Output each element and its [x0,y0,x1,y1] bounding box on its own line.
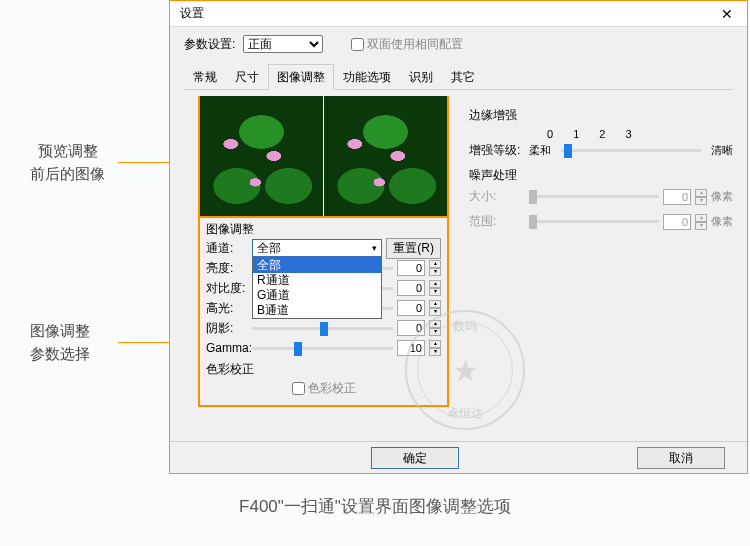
side-select[interactable]: 正面 [243,35,323,53]
brightness-value[interactable]: 0 [397,260,425,276]
tab-size[interactable]: 尺寸 [226,64,268,90]
channel-row: 通道: 全部 ▾ 全部 R通道 G通道 B通道 重置(R) [200,238,447,258]
callout-preview: 预览调整 前后的图像 [30,140,105,185]
edge-level-label: 增强等级: [469,142,525,159]
noise-size-value: 0 [663,189,691,205]
channel-option-b[interactable]: B通道 [253,303,381,318]
noise-range-row: 范围: 0 ▴▾ 像素 [469,213,733,230]
brightness-spinner[interactable]: ▴▾ [429,260,441,276]
noise-size-spinner: ▴▾ [695,189,707,205]
param-settings-row: 参数设置: 正面 双面使用相同配置 [170,27,747,57]
noise-size-unit: 像素 [711,189,733,204]
shadow-slider[interactable] [252,327,393,330]
channel-dropdown: 全部 R通道 G通道 B通道 [252,257,382,319]
channel-label: 通道: [206,240,248,257]
noise-size-label: 大小: [469,188,525,205]
chevron-down-icon: ▾ [372,243,377,253]
tab-image-adjust[interactable]: 图像调整 [268,64,334,90]
highlight-spinner[interactable]: ▴▾ [429,300,441,316]
edge-level-slider[interactable] [561,149,701,152]
noise-size-slider [529,195,659,198]
duplex-checkbox-input[interactable] [351,38,364,51]
param-settings-label: 参数设置: [184,36,235,53]
contrast-value[interactable]: 0 [397,280,425,296]
edge-scale-ticks: 0 1 2 3 [547,128,733,140]
shadow-label: 阴影: [206,320,248,337]
right-panel: 边缘增强 0 1 2 3 增强等级: 柔和 清晰 噪声处理 大小: 0 ▴▾ 像… [469,107,733,238]
noise-range-slider [529,220,659,223]
edge-level-sharp: 清晰 [705,143,733,158]
noise-range-value: 0 [663,214,691,230]
edge-level-soft: 柔和 [529,143,557,158]
brightness-label: 亮度: [206,260,248,277]
cancel-button[interactable]: 取消 [637,447,725,469]
star-icon: ★ [452,353,479,388]
edge-enhance-title: 边缘增强 [469,107,733,124]
channel-option-r[interactable]: R通道 [253,273,381,288]
duplex-same-config-checkbox[interactable]: 双面使用相同配置 [351,36,463,53]
callout-params: 图像调整 参数选择 [30,320,90,365]
tab-recognize[interactable]: 识别 [400,64,442,90]
preview-before [200,96,323,216]
edge-level-row: 增强等级: 柔和 清晰 [469,142,733,159]
duplex-checkbox-label: 双面使用相同配置 [367,36,463,53]
noise-title: 噪声处理 [469,167,733,184]
dialog-button-row: 确定 取消 [170,441,747,473]
tab-general[interactable]: 常规 [184,64,226,90]
tab-other[interactable]: 其它 [442,64,484,90]
noise-size-row: 大小: 0 ▴▾ 像素 [469,188,733,205]
color-correct-label: 色彩校正 [308,380,356,397]
close-button[interactable]: ✕ [707,6,747,22]
preview-pair [200,96,447,218]
channel-select[interactable]: 全部 ▾ [252,239,382,257]
noise-range-spinner: ▴▾ [695,214,707,230]
channel-select-value: 全部 [257,240,281,257]
reset-button[interactable]: 重置(R) [386,238,441,259]
tab-function-options[interactable]: 功能选项 [334,64,400,90]
adjust-group-title: 图像调整 [200,218,447,238]
highlight-label: 高光: [206,300,248,317]
gamma-label: Gamma: [206,341,248,355]
tab-strip: 常规 尺寸 图像调整 功能选项 识别 其它 [184,63,733,90]
ok-button[interactable]: 确定 [371,447,459,469]
noise-range-label: 范围: [469,213,525,230]
noise-range-unit: 像素 [711,214,733,229]
highlight-value[interactable]: 0 [397,300,425,316]
contrast-spinner[interactable]: ▴▾ [429,280,441,296]
contrast-label: 对比度: [206,280,248,297]
titlebar: 设置 ✕ [170,1,747,27]
watermark-stamp: ★ 数码 卓恒达 [405,310,525,430]
dialog-title: 设置 [170,5,707,22]
channel-option-g[interactable]: G通道 [253,288,381,303]
gamma-slider[interactable] [252,347,393,350]
preview-after [323,96,447,216]
color-correct-checkbox[interactable]: 色彩校正 [292,380,356,397]
channel-option-all[interactable]: 全部 [253,258,381,273]
color-correct-input[interactable] [292,382,305,395]
figure-caption: F400"一扫通"设置界面图像调整选项 [0,495,750,518]
